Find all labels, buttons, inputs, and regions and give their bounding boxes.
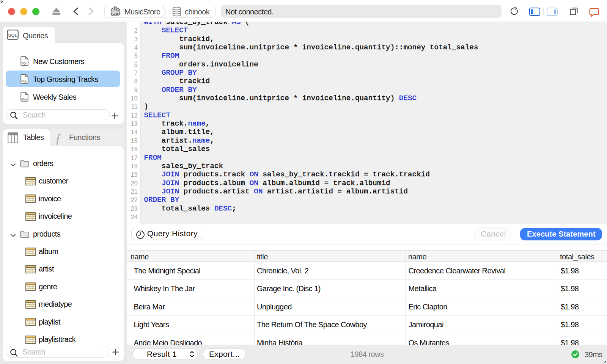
svg-text:SQL: SQL bbox=[21, 97, 27, 100]
svg-text:SQL: SQL bbox=[21, 61, 27, 65]
svg-text:SQL: SQL bbox=[8, 33, 17, 38]
svg-text:SQL: SQL bbox=[21, 79, 27, 83]
